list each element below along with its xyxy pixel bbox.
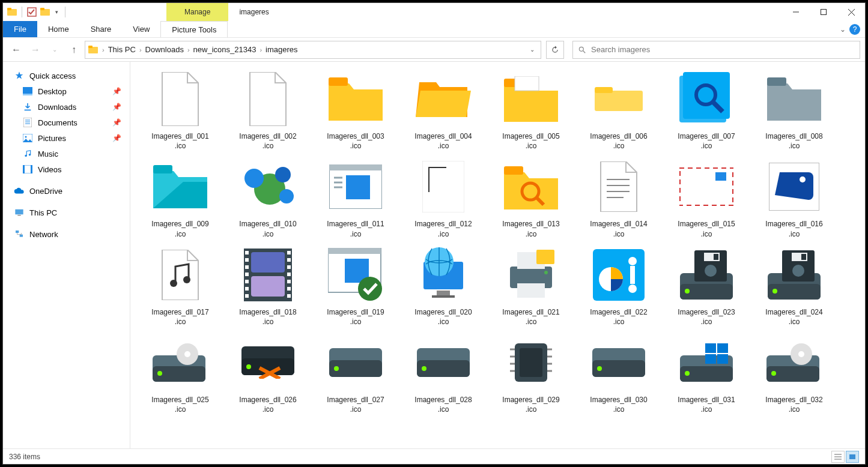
help-icon[interactable]: ?	[849, 24, 860, 35]
file-item[interactable]: Imageres_dll_031.ico	[663, 333, 750, 414]
file-item[interactable]: Imageres_dll_020.ico	[399, 245, 487, 327]
file-item[interactable]: Imageres_dll_011.ico	[312, 157, 399, 238]
svg-rect-88	[437, 291, 450, 295]
svg-rect-40	[153, 165, 172, 173]
svg-rect-1	[7, 8, 11, 10]
sidebar-item-downloads[interactable]: Downloads📌	[3, 99, 130, 115]
file-name: Imageres_dll_010.ico	[239, 219, 296, 238]
file-item[interactable]: Imageres_dll_016.ico	[750, 157, 838, 238]
tab-view[interactable]: View	[122, 21, 160, 37]
sidebar-item-documents[interactable]: Documents📌	[3, 115, 130, 130]
address-bar[interactable]: › This PC › Downloads › new_icons_21343 …	[85, 41, 541, 59]
videos-icon	[22, 164, 33, 175]
file-name: Imageres_dll_024.ico	[765, 307, 822, 327]
refresh-button[interactable]	[546, 41, 564, 59]
file-item[interactable]: Imageres_dll_022.ico	[575, 245, 663, 327]
file-item[interactable]: Imageres_dll_026.ico	[224, 333, 312, 414]
breadcrumb-seg[interactable]: new_icons_21343	[193, 45, 256, 54]
file-item[interactable]: Imageres_dll_007.ico	[663, 69, 750, 151]
svg-point-111	[772, 289, 777, 294]
sidebar-onedrive[interactable]: OneDrive	[3, 183, 130, 199]
sidebar-this-pc[interactable]: This PC	[3, 205, 130, 220]
svg-point-115	[792, 265, 804, 277]
svg-rect-89	[432, 295, 455, 298]
qat-dropdown-icon[interactable]: ▾	[53, 9, 61, 15]
svg-rect-114	[801, 254, 806, 260]
file-tab[interactable]: File	[3, 21, 37, 37]
qat-folder-icon[interactable]	[40, 7, 50, 17]
file-thumbnail	[413, 245, 473, 305]
qat-checkbox-icon[interactable]	[26, 7, 37, 17]
file-name: Imageres_dll_017.ico	[151, 307, 208, 327]
breadcrumb-seg[interactable]: This PC	[108, 45, 136, 54]
file-item[interactable]: Imageres_dll_010.ico	[224, 157, 312, 238]
file-item[interactable]: Imageres_dll_004.ico	[399, 69, 487, 151]
file-item[interactable]: Imageres_dll_006.ico	[575, 69, 663, 151]
svg-point-154	[798, 351, 804, 357]
details-view-button[interactable]	[831, 451, 845, 463]
search-input[interactable]: Search imageres	[572, 41, 860, 59]
svg-rect-69	[245, 251, 249, 255]
file-name: Imageres_dll_022.ico	[590, 307, 647, 327]
forward-button[interactable]: →	[27, 41, 44, 58]
back-button[interactable]: ←	[8, 41, 25, 58]
address-dropdown-icon[interactable]: ⌄	[530, 46, 535, 53]
file-thumbnail	[238, 157, 298, 217]
file-item[interactable]: Imageres_dll_009.ico	[136, 157, 224, 238]
file-thumbnail	[238, 333, 298, 393]
manage-tab[interactable]: Manage	[166, 3, 228, 21]
maximize-button[interactable]	[810, 3, 837, 21]
file-item[interactable]: Imageres_dll_027.ico	[312, 333, 399, 414]
file-name: Imageres_dll_030.ico	[590, 395, 647, 414]
sidebar-quick-access[interactable]: Quick access	[3, 68, 130, 83]
file-item[interactable]: Imageres_dll_001.ico	[136, 69, 224, 151]
downloads-icon	[22, 101, 33, 112]
recent-dropdown-icon[interactable]: ⌄	[46, 41, 63, 58]
up-button[interactable]: ↑	[65, 41, 82, 58]
file-item[interactable]: Imageres_dll_019.ico	[312, 245, 399, 327]
file-item[interactable]: Imageres_dll_023.ico	[663, 245, 750, 327]
file-item[interactable]: Imageres_dll_017.ico	[136, 245, 224, 327]
svg-rect-72	[245, 273, 249, 276]
sidebar-item-desktop[interactable]: Desktop📌	[3, 83, 130, 99]
tab-share[interactable]: Share	[80, 21, 123, 37]
file-item[interactable]: Imageres_dll_003.ico	[312, 69, 399, 151]
file-item[interactable]: Imageres_dll_021.ico	[487, 245, 575, 327]
file-thumbnail	[326, 69, 386, 129]
file-list[interactable]: Imageres_dll_001.icoImageres_dll_002.ico…	[130, 62, 865, 448]
file-item[interactable]: Imageres_dll_015.ico	[663, 157, 750, 238]
sidebar-item-videos[interactable]: Videos	[3, 161, 130, 177]
svg-rect-146	[705, 343, 716, 353]
sidebar-network[interactable]: Network	[3, 226, 130, 242]
file-item[interactable]: Imageres_dll_005.ico	[487, 69, 575, 151]
svg-rect-13	[23, 87, 32, 94]
computer-icon	[14, 207, 25, 218]
file-item[interactable]: Imageres_dll_029.ico	[487, 333, 575, 414]
svg-rect-29	[20, 235, 23, 237]
file-item[interactable]: Imageres_dll_032.ico	[750, 333, 838, 414]
file-item[interactable]: Imageres_dll_012.ico	[399, 157, 487, 238]
close-button[interactable]	[837, 3, 865, 21]
file-item[interactable]: Imageres_dll_008.ico	[750, 69, 838, 151]
sidebar-item-music[interactable]: Music	[3, 146, 130, 161]
file-thumbnail	[150, 333, 210, 393]
file-item[interactable]: Imageres_dll_002.ico	[224, 69, 312, 151]
icons-view-button[interactable]	[846, 451, 859, 463]
minimize-button[interactable]	[782, 3, 810, 21]
svg-point-20	[25, 136, 27, 138]
breadcrumb-seg[interactable]: imageres	[266, 45, 297, 54]
svg-rect-80	[287, 280, 291, 283]
breadcrumb-seg[interactable]: Downloads	[145, 45, 184, 54]
file-item[interactable]: Imageres_dll_030.ico	[575, 333, 663, 414]
file-item[interactable]: Imageres_dll_024.ico	[750, 245, 838, 327]
file-item[interactable]: Imageres_dll_014.ico	[575, 157, 663, 238]
file-item[interactable]: Imageres_dll_013.ico	[487, 157, 575, 238]
sidebar-item-pictures[interactable]: Pictures📌	[3, 130, 130, 146]
file-item[interactable]: Imageres_dll_028.ico	[399, 333, 487, 414]
expand-ribbon-icon[interactable]: ⌄	[840, 25, 846, 34]
tab-home[interactable]: Home	[37, 21, 80, 37]
file-name: Imageres_dll_026.ico	[239, 395, 296, 414]
file-item[interactable]: Imageres_dll_018.ico	[224, 245, 312, 327]
tab-picture-tools[interactable]: Picture Tools	[160, 21, 228, 37]
file-item[interactable]: Imageres_dll_025.ico	[136, 333, 224, 414]
